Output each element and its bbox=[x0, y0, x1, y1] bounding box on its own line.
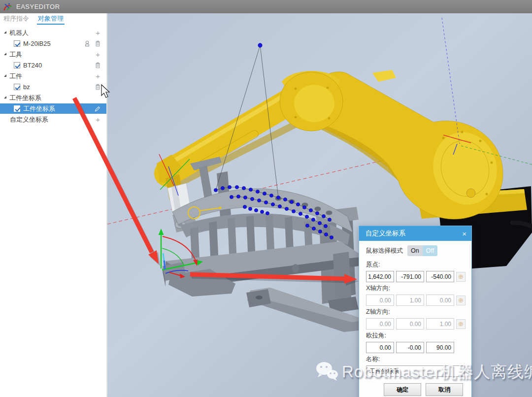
close-icon[interactable]: × bbox=[462, 230, 466, 238]
viewport-3d[interactable]: 自定义坐标系 × 鼠标选择模式 On Off 原点: ⊕ X轴方向: bbox=[107, 13, 532, 397]
toggle-off[interactable]: Off bbox=[423, 245, 437, 256]
crosshair-icon: ⊕ bbox=[458, 320, 464, 328]
delete-robot-icon[interactable] bbox=[95, 40, 100, 47]
toggle-on[interactable]: On bbox=[407, 245, 423, 256]
origin-y-input[interactable] bbox=[396, 271, 424, 282]
workpiece-item-label: bz bbox=[23, 83, 30, 91]
mouse-mode-label: 鼠标选择模式 bbox=[366, 247, 403, 255]
object-sidebar: 程序指令 对象管理 机器人 + M-20iB25 工具 + bbox=[0, 13, 107, 397]
robot-config-icon[interactable] bbox=[84, 40, 90, 47]
tree-group-custom-cs[interactable]: 自定义坐标系 + bbox=[0, 114, 106, 125]
group-label: 工具 bbox=[9, 50, 22, 59]
edit-pencil-icon[interactable] bbox=[95, 106, 100, 112]
euler-rx-input[interactable] bbox=[366, 342, 394, 353]
app-logo-icon bbox=[3, 2, 12, 11]
dialog-header[interactable]: 自定义坐标系 × bbox=[359, 226, 471, 241]
origin-z-input[interactable] bbox=[426, 271, 454, 282]
name-label: 名称: bbox=[366, 355, 466, 364]
z-axis-i-input[interactable] bbox=[366, 318, 394, 330]
origin-label: 原点: bbox=[366, 261, 466, 269]
tab-program-commands[interactable]: 程序指令 bbox=[2, 13, 30, 25]
cancel-button[interactable]: 取消 bbox=[426, 383, 463, 396]
ok-button[interactable]: 确定 bbox=[384, 383, 421, 396]
delete-tool-icon[interactable] bbox=[95, 62, 100, 68]
custom-coordinate-dialog: 自定义坐标系 × 鼠标选择模式 On Off 原点: ⊕ X轴方向: bbox=[359, 226, 472, 397]
x-axis-label: X轴方向: bbox=[366, 284, 466, 293]
z-axis-k-input[interactable] bbox=[426, 318, 454, 330]
group-label: 工件坐标系 bbox=[9, 94, 41, 102]
tree-group-robot[interactable]: 机器人 + bbox=[0, 28, 106, 38]
x-axis-pick-button[interactable]: ⊕ bbox=[456, 296, 466, 305]
x-axis-i-input[interactable] bbox=[366, 295, 394, 306]
tool-visibility-checkbox[interactable] bbox=[14, 62, 20, 68]
x-axis-k-input[interactable] bbox=[426, 295, 454, 306]
euler-rz-input[interactable] bbox=[426, 342, 454, 353]
object-tree: 机器人 + M-20iB25 工具 + BT240 bbox=[0, 28, 106, 125]
wcs-item-label: 工件坐标系 bbox=[23, 104, 55, 113]
mouse-mode-toggle[interactable]: On Off bbox=[407, 245, 437, 256]
robot-visibility-checkbox[interactable] bbox=[14, 40, 20, 47]
tab-object-management[interactable]: 对象管理 bbox=[37, 13, 65, 25]
wcs-visibility-checkbox[interactable] bbox=[14, 105, 20, 112]
robot-item-label: M-20iB25 bbox=[23, 40, 51, 47]
group-label: 工件 bbox=[9, 72, 22, 81]
add-robot-button[interactable]: + bbox=[96, 29, 100, 36]
z-axis-label: Z轴方向: bbox=[366, 308, 466, 316]
delete-workpiece-icon[interactable] bbox=[95, 84, 100, 90]
app-title: EASYEDITOR bbox=[16, 3, 60, 10]
add-workpiece-button[interactable]: + bbox=[96, 72, 100, 80]
euler-ry-input[interactable] bbox=[396, 342, 424, 353]
euler-label: 欧拉角: bbox=[366, 331, 466, 340]
tree-item-workpiece[interactable]: bz bbox=[0, 82, 106, 92]
add-custom-cs-button[interactable]: + bbox=[96, 116, 100, 123]
z-axis-pick-button[interactable]: ⊕ bbox=[456, 319, 466, 329]
origin-pick-button[interactable]: ⊕ bbox=[456, 272, 466, 282]
sidebar-tab-bar: 程序指令 对象管理 bbox=[0, 13, 106, 25]
dialog-body: 鼠标选择模式 On Off 原点: ⊕ X轴方向: ⊕ Z轴方向: bbox=[359, 241, 471, 397]
expander-icon[interactable] bbox=[4, 53, 6, 55]
add-tool-button[interactable]: + bbox=[96, 51, 100, 58]
expander-icon[interactable] bbox=[4, 74, 6, 77]
z-axis-j-input[interactable] bbox=[396, 318, 424, 330]
title-bar: EASYEDITOR bbox=[0, 0, 532, 13]
workpiece-visibility-checkbox[interactable] bbox=[14, 84, 20, 90]
tree-group-tool[interactable]: 工具 + bbox=[0, 49, 106, 60]
expander-icon[interactable] bbox=[4, 31, 6, 33]
tree-group-workpiece[interactable]: 工件 + bbox=[0, 71, 106, 81]
tree-item-robot[interactable]: M-20iB25 bbox=[0, 38, 106, 49]
tree-item-tool[interactable]: BT240 bbox=[0, 60, 106, 70]
x-axis-j-input[interactable] bbox=[396, 295, 424, 306]
tree-group-wcs[interactable]: 工件坐标系 bbox=[0, 93, 106, 103]
group-label: 机器人 bbox=[9, 29, 29, 37]
tree-item-wcs-selected[interactable]: 工件坐标系 bbox=[0, 103, 106, 114]
expander-icon[interactable] bbox=[4, 96, 6, 99]
origin-x-input[interactable] bbox=[366, 271, 394, 282]
crosshair-icon: ⊕ bbox=[458, 273, 464, 280]
group-label: 自定义坐标系 bbox=[10, 115, 48, 124]
tool-item-label: BT240 bbox=[23, 62, 42, 69]
name-input[interactable] bbox=[366, 365, 465, 377]
dialog-title: 自定义坐标系 bbox=[366, 229, 405, 238]
crosshair-icon: ⊕ bbox=[458, 297, 464, 304]
